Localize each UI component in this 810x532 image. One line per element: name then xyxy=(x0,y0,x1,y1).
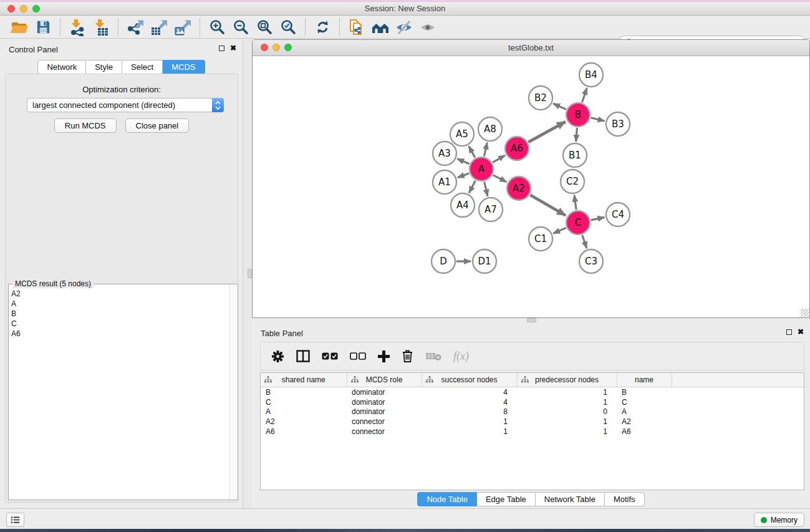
horizontal-scroll-thumb[interactable] xyxy=(527,318,536,322)
column-header-name[interactable]: name xyxy=(617,373,672,387)
mcds-result-item[interactable]: B xyxy=(9,309,238,319)
criterion-dropdown[interactable]: largest connected component (directed) xyxy=(27,98,224,112)
delete-table-button[interactable] xyxy=(425,351,441,361)
table-row[interactable]: Adominator80A xyxy=(261,407,804,417)
zoom-out-button[interactable] xyxy=(230,18,251,37)
graph-edge[interactable] xyxy=(484,142,487,156)
graph-edge[interactable] xyxy=(528,122,565,142)
table-row[interactable]: Bdominator41B xyxy=(261,387,804,397)
close-window-button[interactable] xyxy=(7,5,15,12)
graph-edge[interactable] xyxy=(582,88,587,102)
column-type-icon xyxy=(426,376,433,385)
delete-columns-button[interactable] xyxy=(402,349,413,363)
import-network-button[interactable] xyxy=(67,18,88,37)
graph-node-label: B3 xyxy=(612,118,624,130)
mcds-result-item[interactable]: A6 xyxy=(9,329,238,339)
graph-edge[interactable] xyxy=(530,195,566,216)
memory-button[interactable]: Memory xyxy=(754,513,804,527)
tab-network-table[interactable]: Network Table xyxy=(536,492,605,506)
zoom-in-button[interactable] xyxy=(206,18,228,37)
mcds-result-item[interactable]: C xyxy=(9,319,238,329)
close-panel-icon[interactable]: ✖ xyxy=(230,45,236,52)
open-session-button[interactable] xyxy=(9,18,30,37)
tab-style[interactable]: Style xyxy=(86,60,122,74)
graph-edge[interactable] xyxy=(553,104,566,109)
zoom-network-window-button[interactable] xyxy=(284,44,292,51)
column-header-predecessor-nodes[interactable]: predecessor nodes xyxy=(517,373,617,387)
close-panel-button[interactable]: Close panel xyxy=(125,118,190,133)
float-table-panel-icon[interactable] xyxy=(786,329,792,335)
graph-edge[interactable] xyxy=(582,235,587,248)
mcds-result-list[interactable]: A2ABCA6 xyxy=(9,284,238,500)
table-settings-button[interactable] xyxy=(271,350,284,363)
resize-grip[interactable] xyxy=(801,309,809,317)
import-table-button[interactable] xyxy=(90,18,112,37)
tab-network[interactable]: Network xyxy=(37,60,86,74)
graph-edge[interactable] xyxy=(493,175,507,182)
run-mcds-button[interactable]: Run MCDS xyxy=(54,118,117,133)
graph-edge[interactable] xyxy=(457,159,469,164)
save-session-button[interactable] xyxy=(32,18,54,37)
graph-node-label: B4 xyxy=(585,69,597,80)
graph-edge[interactable] xyxy=(469,181,475,193)
toolbar-separator xyxy=(60,19,60,36)
show-graphics-details-button[interactable] xyxy=(417,18,438,37)
optimization-criterion-label: Optimization criterion: xyxy=(6,85,238,94)
tab-select[interactable]: Select xyxy=(122,60,163,74)
table-row[interactable]: A2connector11A2 xyxy=(261,417,804,427)
window-controls xyxy=(7,5,40,12)
unselect-all-columns-button[interactable] xyxy=(350,352,366,360)
graph-edge[interactable] xyxy=(574,195,576,210)
graph-node-label: A2 xyxy=(513,183,525,194)
zoom-window-button[interactable] xyxy=(32,5,40,12)
export-network-button[interactable] xyxy=(125,18,146,37)
vertical-scroll-thumb[interactable] xyxy=(248,269,252,278)
export-table-button[interactable] xyxy=(148,18,170,37)
close-table-panel-icon[interactable]: ✖ xyxy=(798,329,804,336)
graph-edge[interactable] xyxy=(553,228,566,233)
close-network-window-button[interactable] xyxy=(261,44,268,51)
tab-node-table[interactable]: Node Table xyxy=(417,492,477,506)
zoom-fit-button[interactable] xyxy=(254,18,275,37)
result-list-scrollbar[interactable] xyxy=(229,284,238,500)
column-header-mcds-role[interactable]: MCDS role xyxy=(347,373,422,387)
mcds-result-item[interactable]: A2 xyxy=(9,289,238,299)
new-network-from-selection-button[interactable] xyxy=(346,18,367,37)
list-icon xyxy=(11,515,20,525)
zoom-selected-button[interactable] xyxy=(277,18,299,37)
checked-boxes-icon xyxy=(322,352,338,360)
toolbar-separator xyxy=(305,19,306,36)
graph-node-label: A1 xyxy=(438,177,451,188)
tab-edge-table[interactable]: Edge Table xyxy=(477,492,536,506)
table-row[interactable]: Cdominator41C xyxy=(261,397,804,407)
hide-selected-button[interactable] xyxy=(393,18,415,37)
column-header-successor-nodes[interactable]: successor nodes xyxy=(422,373,517,387)
network-canvas[interactable]: AA2A6BCA1A3A4A5A7A8B1B2B3B4C1C2C3C4DD1 xyxy=(253,56,809,317)
graph-edge[interactable] xyxy=(458,173,469,178)
export-image-button[interactable] xyxy=(172,18,193,37)
show-panels-button[interactable] xyxy=(6,513,24,527)
tab-motifs[interactable]: Motifs xyxy=(605,492,645,506)
graph-edge[interactable] xyxy=(493,155,505,162)
tab-mcds[interactable]: MCDS xyxy=(163,60,205,74)
graph-node-label: D xyxy=(440,256,447,267)
graph-edge[interactable] xyxy=(576,128,577,142)
select-all-columns-button[interactable] xyxy=(322,352,338,360)
show-columns-button[interactable] xyxy=(296,350,310,362)
function-builder-button[interactable]: f(x) xyxy=(453,350,469,363)
refresh-button[interactable] xyxy=(312,18,333,37)
float-panel-icon[interactable] xyxy=(219,46,224,51)
graph-edge[interactable] xyxy=(485,181,488,196)
minimize-network-window-button[interactable] xyxy=(272,44,280,51)
minimize-window-button[interactable] xyxy=(20,5,27,12)
column-header-shared-name[interactable]: shared name xyxy=(261,373,347,387)
graph-node-label: D1 xyxy=(478,256,491,267)
graph-edge[interactable] xyxy=(469,146,475,157)
network-graph: AA2A6BCA1A3A4A5A7A8B1B2B3B4C1C2C3C4DD1 xyxy=(253,56,809,317)
mcds-result-item[interactable]: A xyxy=(9,299,238,309)
table-row[interactable]: A6connector11A6 xyxy=(261,427,804,437)
graph-edge[interactable] xyxy=(591,217,605,220)
create-column-button[interactable] xyxy=(378,351,390,362)
first-neighbors-button[interactable] xyxy=(370,18,391,37)
graph-edge[interactable] xyxy=(591,118,604,121)
